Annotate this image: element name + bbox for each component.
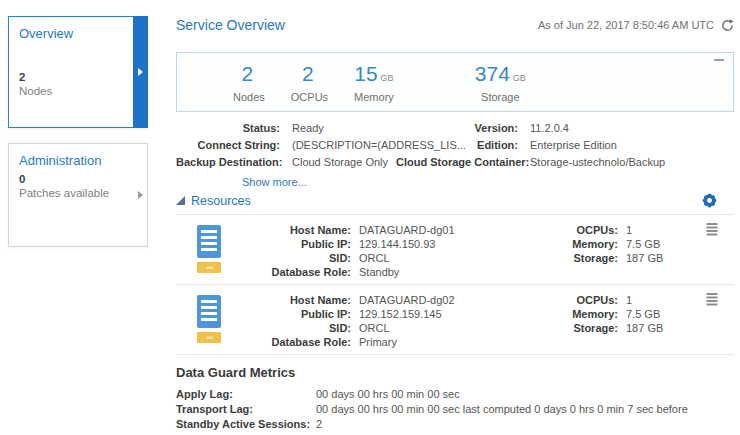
sid-value: ORCL (351, 252, 455, 264)
memory-stat-value: 7.5 GB (618, 308, 663, 320)
detail-value: Cloud Storage Only (280, 156, 396, 169)
resource-fields: Host Name: DATAGUARD-dg01 Public IP: 129… (224, 224, 455, 278)
resource-row: Host Name: DATAGUARD-dg01 Public IP: 129… (176, 215, 734, 285)
apply-lag-value: 00 days 00 hrs 00 min 00 sec (316, 388, 734, 401)
sidebar-card-administration[interactable]: Administration 0 Patches available (8, 143, 148, 247)
resource-row: Host Name: DATAGUARD-dg02 Public IP: 129… (176, 285, 734, 355)
field-label: Public IP: (224, 238, 351, 250)
resource-stats: OCPUs: 1 Memory: 7.5 GB Storage: 187 GB (556, 224, 663, 264)
administration-card-count: 0 (9, 173, 147, 185)
data-guard-metrics-title: Data Guard Metrics (176, 365, 734, 380)
field-label: Database Role: (224, 336, 351, 348)
stat-label: OCPUs: (556, 294, 618, 306)
detail-label: Version: (396, 122, 518, 135)
field-label: Public IP: (224, 308, 351, 320)
database-role-value: Primary (351, 336, 455, 348)
administration-card-title: Administration (9, 144, 147, 168)
detail-value: 11.2.0.4 (518, 122, 734, 135)
metric-label: Apply Lag: (176, 388, 316, 401)
sidebar: Overview 2 Nodes Administration 0 Patche… (0, 0, 156, 435)
data-guard-metrics: Apply Lag: 00 days 00 hrs 00 min 00 sec … (176, 388, 734, 435)
overview-card-label: Nodes (9, 83, 147, 97)
overview-card-count: 2 (9, 71, 147, 83)
as-of-timestamp: As of Jun 22, 2017 8:50:46 AM UTC (538, 19, 734, 32)
memory-value: 15 (354, 62, 377, 85)
selected-card-strip (133, 16, 148, 128)
database-node-icon (194, 293, 224, 348)
memory-label: Memory (354, 91, 394, 103)
storage-label: Storage (475, 91, 526, 103)
row-menu-icon[interactable] (706, 223, 718, 236)
collapse-triangle-icon[interactable] (176, 196, 185, 205)
administration-card-label: Patches available (9, 185, 147, 199)
minimize-icon[interactable] (714, 59, 724, 61)
field-label: SID: (224, 252, 351, 264)
arrow-right-icon (138, 68, 143, 76)
row-menu-icon[interactable] (706, 293, 718, 306)
memory-stat-value: 7.5 GB (618, 238, 663, 250)
sid-value: ORCL (351, 322, 455, 334)
refresh-icon[interactable] (721, 19, 734, 32)
ocpus-stat-value: 1 (618, 294, 663, 306)
storage-stat-value: 187 GB (618, 322, 663, 334)
main-header: Service Overview As of Jun 22, 2017 8:50… (176, 10, 734, 40)
detail-label: Cloud Storage Container: (396, 156, 518, 169)
field-label: SID: (224, 322, 351, 334)
standby-sessions-value: 2 (316, 418, 734, 431)
stat-label: Memory: (556, 238, 618, 250)
service-details: Status: Ready Version: 11.2.0.4 Connect … (176, 122, 734, 169)
detail-label: Connect String: (176, 139, 280, 152)
resources-title: Resources (191, 194, 251, 208)
summary-metrics-box: 2 Nodes 2 OCPUs 15GB Memory 374GB Storag… (176, 52, 734, 112)
host-name-value: DATAGUARD-dg01 (351, 224, 455, 236)
resource-stats: OCPUs: 1 Memory: 7.5 GB Storage: 187 GB (556, 294, 663, 334)
host-name-value: DATAGUARD-dg02 (351, 294, 455, 306)
storage-stat-value: 187 GB (618, 252, 663, 264)
resource-fields: Host Name: DATAGUARD-dg02 Public IP: 129… (224, 294, 455, 348)
stat-label: OCPUs: (556, 224, 618, 236)
as-of-text: As of Jun 22, 2017 8:50:46 AM UTC (538, 19, 714, 31)
database-node-icon (194, 223, 224, 278)
metric-storage: 374GB Storage (475, 62, 526, 103)
page-title: Service Overview (176, 17, 285, 33)
metric-nodes: 2 Nodes (233, 62, 265, 103)
detail-label: Backup Destination: (176, 156, 280, 169)
gear-icon[interactable] (701, 192, 718, 209)
ocpus-label: OCPUs (291, 91, 328, 103)
resources-header: Resources (176, 192, 734, 215)
detail-value: Ready (280, 122, 396, 135)
show-more-link[interactable]: Show more... (242, 176, 312, 188)
memory-unit: GB (381, 73, 394, 83)
storage-unit: GB (513, 73, 526, 83)
detail-value: (DESCRIPTION=(ADDRESS_LIS... (280, 139, 396, 152)
field-label: Database Role: (224, 266, 351, 278)
page: Overview 2 Nodes Administration 0 Patche… (0, 0, 740, 435)
metric-memory: 15GB Memory (354, 62, 394, 103)
field-label: Host Name: (224, 224, 351, 236)
metric-label: Transport Lag: (176, 403, 316, 416)
ocpus-stat-value: 1 (618, 224, 663, 236)
stat-label: Memory: (556, 308, 618, 320)
stat-label: Storage: (556, 252, 618, 264)
nodes-label: Nodes (233, 91, 265, 103)
ocpus-value: 2 (302, 62, 314, 85)
stat-label: Storage: (556, 322, 618, 334)
detail-value: Enterprise Edition (518, 139, 734, 152)
public-ip-value: 129.152.159.145 (351, 308, 455, 320)
metric-ocpus: 2 OCPUs (291, 62, 328, 103)
field-label: Host Name: (224, 294, 351, 306)
database-role-value: Standby (351, 266, 455, 278)
detail-value: Storage-ustechnolo/Backup (518, 156, 734, 169)
transport-lag-value: 00 days 00 hrs 00 min 00 sec last comput… (316, 403, 734, 416)
detail-label: Status: (176, 122, 280, 135)
storage-value: 374 (475, 62, 510, 85)
arrow-right-icon (138, 191, 143, 199)
overview-card-title: Overview (9, 17, 147, 41)
nodes-value: 2 (242, 62, 254, 85)
detail-label: Edition: (396, 139, 518, 152)
sidebar-card-overview[interactable]: Overview 2 Nodes (8, 16, 148, 128)
public-ip-value: 129.144.150.93 (351, 238, 455, 250)
metric-label: Standby Active Sessions: (176, 418, 316, 431)
main-content: Service Overview As of Jun 22, 2017 8:50… (156, 0, 740, 435)
